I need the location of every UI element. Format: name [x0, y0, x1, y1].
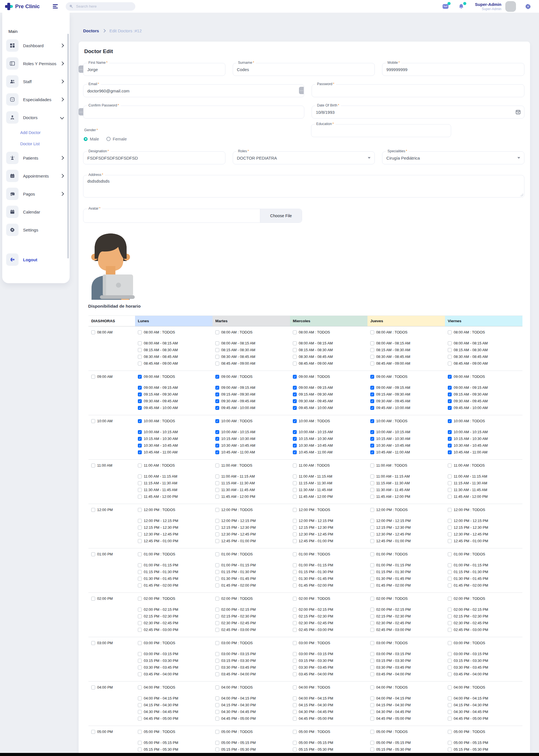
slot-checkbox[interactable] [215, 717, 219, 720]
slot-checkbox[interactable] [293, 621, 297, 625]
sidebar-item-patients[interactable]: Patients [6, 152, 66, 164]
slot-checkbox[interactable]: ✓ [215, 399, 219, 403]
todos-checkbox[interactable] [215, 464, 219, 467]
slot-checkbox[interactable] [138, 628, 142, 632]
sidebar-subitem-add-doctor[interactable]: Add Doctor [20, 130, 70, 135]
slot-checkbox[interactable] [293, 539, 297, 543]
education-input[interactable] [311, 125, 451, 137]
messages-button[interactable] [442, 3, 449, 10]
slot-checkbox[interactable] [138, 532, 142, 536]
slot-checkbox[interactable] [448, 659, 452, 663]
todos-checkbox[interactable] [293, 597, 297, 601]
slot-checkbox[interactable]: ✓ [215, 437, 219, 441]
hamburger-menu-icon[interactable] [53, 4, 58, 8]
slot-checkbox[interactable]: ✓ [138, 393, 142, 396]
user-info[interactable]: Super-Admin Super-Admin [475, 2, 501, 11]
sidebar-item-appointments[interactable]: Appointments [6, 170, 66, 182]
slot-checkbox[interactable] [215, 710, 219, 714]
slot-checkbox[interactable] [138, 362, 142, 365]
slot-checkbox[interactable] [293, 362, 297, 365]
slot-checkbox[interactable] [215, 584, 219, 588]
slot-checkbox[interactable]: ✓ [215, 443, 219, 447]
slot-checkbox[interactable]: ✓ [215, 430, 219, 434]
todos-checkbox[interactable]: ✓ [370, 375, 374, 379]
mobile-input[interactable] [382, 63, 524, 76]
todos-checkbox[interactable] [138, 464, 142, 467]
hour-checkbox[interactable] [91, 464, 95, 467]
slot-checkbox[interactable] [293, 703, 297, 707]
slot-checkbox[interactable] [215, 577, 219, 581]
slot-checkbox[interactable] [370, 475, 374, 478]
slot-checkbox[interactable] [138, 519, 142, 523]
slot-checkbox[interactable] [138, 652, 142, 656]
slot-checkbox[interactable] [293, 525, 297, 529]
slot-checkbox[interactable] [448, 666, 452, 669]
slot-checkbox[interactable]: ✓ [215, 386, 219, 390]
sidebar-item-especialidades[interactable]: Especialidades [6, 93, 66, 106]
slot-checkbox[interactable]: ✓ [138, 406, 142, 410]
slot-checkbox[interactable] [370, 659, 374, 663]
slot-checkbox[interactable]: ✓ [138, 437, 142, 441]
todos-checkbox[interactable]: ✓ [215, 375, 219, 379]
slot-checkbox[interactable] [215, 481, 219, 485]
todos-checkbox[interactable]: ✓ [448, 375, 452, 379]
slot-checkbox[interactable] [293, 532, 297, 536]
slot-checkbox[interactable] [370, 348, 374, 352]
user-avatar[interactable] [505, 1, 516, 12]
todos-checkbox[interactable] [138, 686, 142, 690]
todos-checkbox[interactable] [370, 686, 374, 690]
sidebar-item-staff[interactable]: Staff [6, 75, 66, 88]
slot-checkbox[interactable] [293, 341, 297, 345]
slot-checkbox[interactable] [138, 741, 142, 745]
slot-checkbox[interactable] [448, 532, 452, 536]
slot-checkbox[interactable]: ✓ [138, 443, 142, 447]
slot-checkbox[interactable] [370, 697, 374, 701]
hour-checkbox[interactable] [91, 597, 95, 601]
todos-checkbox[interactable] [215, 552, 219, 556]
slot-checkbox[interactable] [138, 710, 142, 714]
slot-checkbox[interactable] [293, 614, 297, 618]
slot-checkbox[interactable] [215, 488, 219, 492]
slot-checkbox[interactable] [293, 717, 297, 720]
slot-checkbox[interactable] [370, 563, 374, 567]
slot-checkbox[interactable] [293, 672, 297, 676]
roles-value[interactable] [233, 152, 375, 164]
surname-input[interactable] [233, 63, 375, 76]
slot-checkbox[interactable] [138, 697, 142, 701]
slot-checkbox[interactable]: ✓ [370, 399, 374, 403]
hour-checkbox[interactable] [91, 419, 95, 423]
todos-checkbox[interactable] [138, 552, 142, 556]
slot-checkbox[interactable]: ✓ [370, 450, 374, 454]
slot-checkbox[interactable] [370, 577, 374, 581]
slot-checkbox[interactable] [138, 666, 142, 669]
todos-checkbox[interactable] [448, 641, 452, 645]
slot-checkbox[interactable]: ✓ [293, 406, 297, 410]
slot-checkbox[interactable] [138, 539, 142, 543]
slot-checkbox[interactable] [370, 710, 374, 714]
slot-checkbox[interactable]: ✓ [448, 437, 452, 441]
slot-checkbox[interactable] [293, 495, 297, 499]
slot-checkbox[interactable] [138, 570, 142, 574]
slot-checkbox[interactable] [138, 672, 142, 676]
slot-checkbox[interactable] [138, 577, 142, 581]
slot-checkbox[interactable] [448, 672, 452, 676]
slot-checkbox[interactable]: ✓ [448, 386, 452, 390]
todos-checkbox[interactable] [370, 597, 374, 601]
slot-checkbox[interactable] [370, 539, 374, 543]
slot-checkbox[interactable] [448, 519, 452, 523]
slot-checkbox[interactable] [370, 355, 374, 359]
hour-checkbox[interactable] [91, 508, 95, 512]
slot-checkbox[interactable] [215, 475, 219, 478]
slot-checkbox[interactable] [215, 614, 219, 618]
slot-checkbox[interactable] [293, 519, 297, 523]
slot-checkbox[interactable]: ✓ [293, 430, 297, 434]
slot-checkbox[interactable] [215, 621, 219, 625]
slot-checkbox[interactable]: ✓ [448, 406, 452, 410]
slot-checkbox[interactable] [370, 748, 374, 751]
slot-checkbox[interactable] [448, 362, 452, 365]
slot-checkbox[interactable] [448, 570, 452, 574]
todos-checkbox[interactable] [215, 641, 219, 645]
slot-checkbox[interactable] [293, 608, 297, 612]
todos-checkbox[interactable] [448, 508, 452, 512]
slot-checkbox[interactable]: ✓ [370, 430, 374, 434]
